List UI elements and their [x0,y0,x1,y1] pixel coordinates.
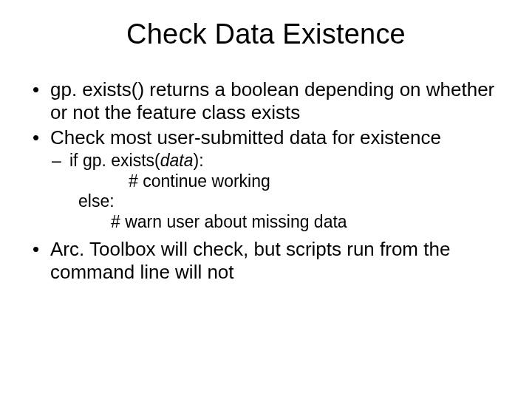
sub-bullet-list: if gp. exists(data): # continue working … [50,151,502,232]
code-line-4: # warn user about missing data [69,212,502,233]
bullet-list: gp. exists() returns a boolean depending… [30,78,502,284]
code-line-1-arg: data [160,151,194,170]
bullet-item-1: gp. exists() returns a boolean depending… [30,78,502,123]
slide: Check Data Existence gp. exists() return… [0,0,532,399]
code-line-1-pre: if gp. exists( [69,151,160,170]
code-line-3: else: [69,191,502,212]
bullet-item-2: Check most user-submitted data for exist… [30,126,502,232]
slide-title: Check Data Existence [30,18,502,50]
code-block: if gp. exists(data): # continue working … [69,151,502,232]
sub-bullet-item: if gp. exists(data): # continue working … [50,151,502,232]
code-line-1-post: ): [193,151,203,170]
bullet-item-2-text: Check most user-submitted data for exist… [50,126,441,149]
code-line-2: # continue working [69,171,502,192]
bullet-item-3: Arc. Toolbox will check, but scripts run… [30,238,502,283]
code-line-1: if gp. exists(data): [69,151,502,171]
